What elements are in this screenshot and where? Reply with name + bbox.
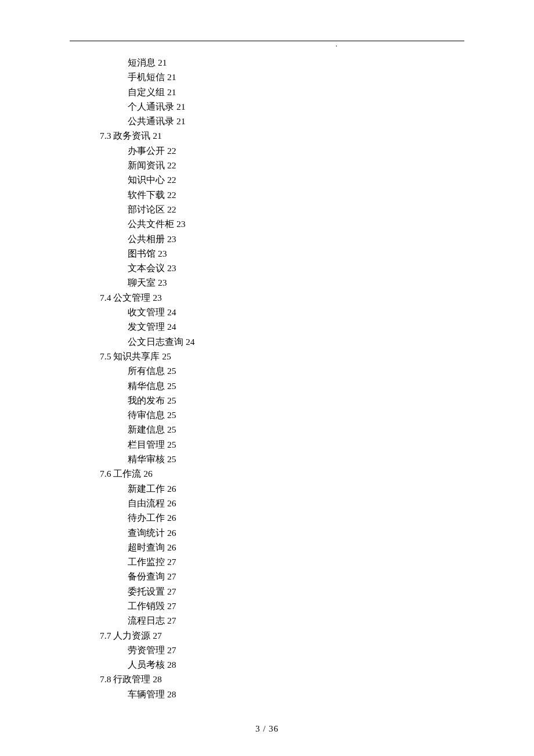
- toc-subitem: 图书馆 23: [128, 246, 464, 261]
- toc-subitem: 公共通讯录 21: [128, 114, 464, 128]
- toc-section: 7.8 行政管理 28: [100, 672, 464, 686]
- toc-subitem: 所有信息 25: [128, 363, 464, 378]
- header-mark: .: [335, 39, 337, 49]
- toc-subitem: 人员考核 28: [128, 657, 464, 672]
- document-page: . 短消息 21手机短信 21自定义组 21个人通讯录 21公共通讯录 217.…: [0, 0, 534, 756]
- toc-subitem: 车辆管理 28: [128, 687, 464, 701]
- toc-subitem: 短消息 21: [128, 55, 464, 70]
- toc-subitem: 待办工作 26: [128, 510, 464, 525]
- toc-subitem: 自由流程 26: [128, 496, 464, 510]
- toc-subitem: 公文日志查询 24: [128, 334, 464, 349]
- toc-subitem: 查询统计 26: [128, 525, 464, 540]
- toc-subitem: 公共相册 23: [128, 232, 464, 246]
- toc-section: 7.6 工作流 26: [100, 466, 464, 481]
- toc-subitem: 知识中心 22: [128, 172, 464, 187]
- toc-subitem: 新建信息 25: [128, 422, 464, 437]
- toc-subitem: 劳资管理 27: [128, 643, 464, 657]
- toc-subitem: 部讨论区 22: [128, 202, 464, 217]
- page-number: 3 / 36: [0, 724, 534, 734]
- toc-subitem: 备份查询 27: [128, 569, 464, 584]
- toc-subitem: 工作销毁 27: [128, 599, 464, 613]
- toc-subitem: 公共文件柜 23: [128, 217, 464, 231]
- toc-subitem: 新闻资讯 22: [128, 158, 464, 172]
- toc-subitem: 委托设置 27: [128, 584, 464, 599]
- toc-subitem: 手机短信 21: [128, 70, 464, 84]
- toc-subitem: 发文管理 24: [128, 319, 464, 334]
- toc-subitem: 软件下载 22: [128, 188, 464, 202]
- toc-subitem: 工作监控 27: [128, 555, 464, 569]
- table-of-contents: 短消息 21手机短信 21自定义组 21个人通讯录 21公共通讯录 217.3 …: [128, 55, 464, 701]
- toc-section: 7.7 人力资源 27: [100, 628, 464, 643]
- toc-subitem: 超时查询 26: [128, 540, 464, 555]
- toc-subitem: 流程日志 27: [128, 613, 464, 628]
- toc-subitem: 个人通讯录 21: [128, 99, 464, 114]
- toc-subitem: 收文管理 24: [128, 305, 464, 319]
- toc-subitem: 自定义组 21: [128, 85, 464, 99]
- toc-section: 7.3 政务资讯 21: [100, 128, 464, 143]
- toc-subitem: 待审信息 25: [128, 408, 464, 422]
- toc-subitem: 聊天室 23: [128, 275, 464, 290]
- toc-subitem: 栏目管理 25: [128, 437, 464, 452]
- toc-subitem: 新建工作 26: [128, 481, 464, 496]
- toc-section: 7.5 知识共享库 25: [100, 349, 464, 363]
- toc-subitem: 办事公开 22: [128, 143, 464, 158]
- header-rule: [70, 41, 464, 41]
- toc-section: 7.4 公文管理 23: [100, 290, 464, 305]
- toc-subitem: 我的发布 25: [128, 393, 464, 408]
- toc-subitem: 文本会议 23: [128, 261, 464, 275]
- toc-subitem: 精华信息 25: [128, 379, 464, 393]
- toc-subitem: 精华审核 25: [128, 452, 464, 466]
